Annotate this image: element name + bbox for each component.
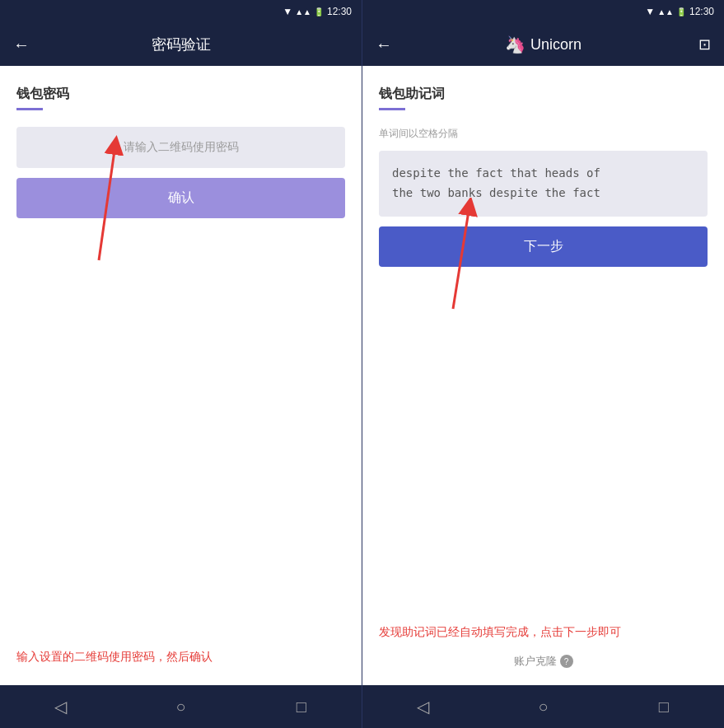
left-phone-screen: ▼ ▲▲ 🔋 12:30 ← 密码验证 钱包密码 请输入二维码使用密码 确认 xyxy=(0,0,362,728)
wifi-icon: ▲▲ xyxy=(295,7,311,16)
content-card-right: 钱包助记词 单词间以空格分隔 despite the fact that hea… xyxy=(362,66,724,685)
svg-line-3 xyxy=(453,206,469,309)
mnemonic-subtitle: 单词间以空格分隔 xyxy=(379,127,708,141)
signal-icon-right: ▼ xyxy=(645,6,655,17)
fullscreen-button[interactable]: ⊡ xyxy=(698,35,711,54)
nav-bar-left: ◁ ○ □ xyxy=(0,685,362,728)
wifi-icon-right: ▲▲ xyxy=(657,7,674,16)
annotation-text-left: 输入设置的二维码使用密码，然后确认 xyxy=(16,647,345,665)
section-title-right: 钱包助记词 xyxy=(379,86,708,103)
status-time-right: 12:30 xyxy=(689,6,714,17)
nav-home-left[interactable]: ○ xyxy=(164,690,197,723)
unicorn-icon: 🦄 xyxy=(505,35,525,54)
battery-icon: 🔋 xyxy=(314,7,324,16)
back-button-right[interactable]: ← xyxy=(376,35,392,54)
title-underline-right xyxy=(379,108,405,110)
page-title-right: Unicorn xyxy=(530,36,582,54)
annotation-container-right: 发现助记词已经自动填写完成，点击下一步即可 xyxy=(379,280,708,665)
app-header-right: ← 🦄 Unicorn ⊡ xyxy=(362,23,724,66)
annotation-container-left: 输入设置的二维码使用密码，然后确认 xyxy=(16,231,345,665)
battery-icon-right: 🔋 xyxy=(676,7,686,16)
status-icons-left: ▼ ▲▲ 🔋 xyxy=(283,6,324,17)
section-title-left: 钱包密码 xyxy=(16,86,345,103)
arrow-svg-left xyxy=(49,133,148,264)
arrow-svg-right xyxy=(404,198,502,313)
nav-recent-right[interactable]: □ xyxy=(647,690,680,723)
account-clone-label: 账户克隆 xyxy=(514,654,557,669)
nav-back-left[interactable]: ◁ xyxy=(44,690,77,723)
status-bar-content-left: ▼ ▲▲ 🔋 12:30 xyxy=(283,6,352,17)
status-bar-content-right: ▼ ▲▲ 🔋 12:30 xyxy=(645,6,714,17)
nav-recent-left[interactable]: □ xyxy=(285,690,318,723)
annotation-text-right: 发现助记词已经自动填写完成，点击下一步即可 xyxy=(379,623,708,641)
header-logo: 🦄 Unicorn xyxy=(505,35,582,54)
status-bar-left: ▼ ▲▲ 🔋 12:30 xyxy=(0,0,362,23)
nav-home-right[interactable]: ○ xyxy=(526,690,559,723)
nav-back-right[interactable]: ◁ xyxy=(406,690,439,723)
title-underline-left xyxy=(16,108,43,110)
app-header-left: ← 密码验证 xyxy=(0,23,362,66)
page-title-left: 密码验证 xyxy=(152,35,211,54)
account-clone[interactable]: 账户克隆 ? xyxy=(514,654,573,669)
nav-bar-right: ◁ ○ □ xyxy=(362,685,724,728)
svg-line-1 xyxy=(99,145,115,260)
status-bar-right: ▼ ▲▲ 🔋 12:30 xyxy=(362,0,724,23)
help-icon[interactable]: ? xyxy=(560,655,573,668)
content-card-left: 钱包密码 请输入二维码使用密码 确认 输入设置的二维码使用密码，然后确认 xyxy=(0,66,362,685)
right-phone-screen: ▼ ▲▲ 🔋 12:30 ← 🦄 Unicorn ⊡ 钱包助记词 单词间以空格分… xyxy=(362,0,724,728)
back-button-left[interactable]: ← xyxy=(13,35,30,54)
signal-icon: ▼ xyxy=(283,6,292,17)
status-icons-right: ▼ ▲▲ 🔋 xyxy=(645,6,686,17)
status-time-left: 12:30 xyxy=(327,6,352,17)
